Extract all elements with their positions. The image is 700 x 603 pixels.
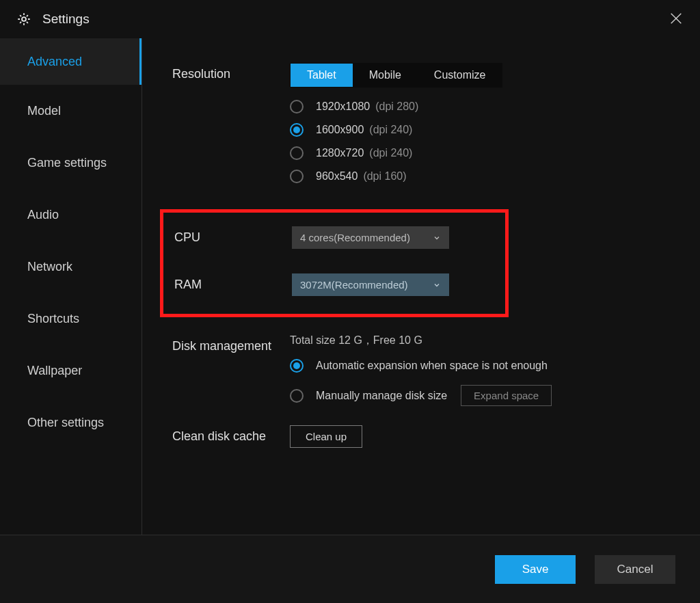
tab-label: Customize bbox=[434, 69, 486, 81]
cpu-row: CPU 4 cores(Recommended) bbox=[174, 226, 494, 249]
radio-icon bbox=[290, 170, 304, 183]
svg-point-0 bbox=[22, 17, 26, 21]
radio-icon bbox=[290, 100, 304, 113]
radio-1280x720[interactable]: 1280x720 (dpi 240) bbox=[290, 146, 681, 160]
sidebar-item-other-settings[interactable]: Other settings bbox=[0, 397, 142, 448]
radio-1600x900[interactable]: 1600x900 (dpi 240) bbox=[290, 123, 681, 137]
resolution-value: 1600x900 bbox=[316, 124, 364, 136]
radio-960x540[interactable]: 960x540 (dpi 160) bbox=[290, 170, 681, 183]
sidebar-item-advanced[interactable]: Advanced bbox=[0, 38, 142, 85]
page-title: Settings bbox=[42, 12, 90, 27]
cpu-value: 4 cores(Recommended) bbox=[300, 232, 410, 243]
ram-label: RAM bbox=[174, 278, 292, 292]
disk-management-label: Disk management bbox=[172, 334, 290, 406]
resolution-value: 1280x720 bbox=[316, 147, 364, 159]
main-panel: Resolution Tablet Mobile Customize 1920x… bbox=[142, 38, 700, 535]
resolution-dpi: (dpi 280) bbox=[375, 100, 418, 113]
sidebar-item-label: Network bbox=[27, 260, 72, 274]
tab-tablet[interactable]: Tablet bbox=[291, 64, 353, 87]
resolution-label: Resolution bbox=[172, 63, 290, 193]
resolution-value: 1920x1080 bbox=[316, 100, 370, 113]
radio-label: Manually manage disk size bbox=[316, 390, 447, 402]
clean-cache-label: Clean disk cache bbox=[172, 425, 290, 448]
footer: Save Cancel bbox=[0, 535, 700, 603]
button-label: Save bbox=[522, 563, 549, 576]
sidebar-item-label: Model bbox=[27, 104, 61, 118]
disk-mode-options: Automatic expansion when space is not en… bbox=[290, 359, 681, 406]
sidebar-item-label: Wallpaper bbox=[27, 364, 82, 378]
resolution-dpi: (dpi 240) bbox=[369, 147, 412, 159]
resolution-dpi: (dpi 160) bbox=[363, 170, 406, 183]
chevron-down-icon bbox=[433, 234, 441, 242]
cancel-button[interactable]: Cancel bbox=[595, 555, 675, 584]
sidebar-item-label: Other settings bbox=[27, 416, 104, 430]
sidebar-item-label: Shortcuts bbox=[27, 312, 79, 326]
radio-icon bbox=[290, 389, 304, 403]
resolution-options: 1920x1080 (dpi 280) 1600x900 (dpi 240) 1… bbox=[290, 100, 681, 183]
cpu-ram-highlight: CPU 4 cores(Recommended) RAM 3072M(Recom… bbox=[160, 209, 509, 317]
gear-icon bbox=[16, 12, 42, 27]
tab-mobile[interactable]: Mobile bbox=[353, 64, 418, 87]
sidebar-item-label: Advanced bbox=[27, 55, 82, 69]
ram-value: 3072M(Recommended) bbox=[300, 279, 408, 291]
radio-manual-disk[interactable]: Manually manage disk size Expand space bbox=[290, 385, 681, 406]
close-icon[interactable] bbox=[669, 11, 684, 26]
cpu-dropdown[interactable]: 4 cores(Recommended) bbox=[292, 226, 449, 249]
tab-label: Mobile bbox=[369, 69, 401, 81]
sidebar: Advanced Model Game settings Audio Netwo… bbox=[0, 38, 142, 535]
ram-dropdown[interactable]: 3072M(Recommended) bbox=[292, 273, 449, 296]
clean-cache-row: Clean disk cache Clean up bbox=[172, 425, 681, 448]
radio-icon bbox=[290, 146, 304, 160]
tab-customize[interactable]: Customize bbox=[418, 64, 502, 87]
sidebar-item-wallpaper[interactable]: Wallpaper bbox=[0, 345, 142, 397]
sidebar-item-game-settings[interactable]: Game settings bbox=[0, 137, 142, 189]
sidebar-item-label: Audio bbox=[27, 208, 59, 222]
tab-label: Tablet bbox=[307, 69, 336, 81]
sidebar-item-label: Game settings bbox=[27, 156, 107, 170]
disk-size-text: Total size 12 G，Free 10 G bbox=[290, 334, 681, 348]
disk-management-row: Disk management Total size 12 G，Free 10 … bbox=[172, 334, 681, 406]
cpu-label: CPU bbox=[174, 230, 292, 245]
ram-row: RAM 3072M(Recommended) bbox=[174, 273, 494, 296]
resolution-value: 960x540 bbox=[316, 170, 358, 183]
radio-icon bbox=[290, 359, 304, 373]
sidebar-item-shortcuts[interactable]: Shortcuts bbox=[0, 293, 142, 345]
radio-auto-expansion[interactable]: Automatic expansion when space is not en… bbox=[290, 359, 681, 373]
button-label: Cancel bbox=[617, 563, 654, 576]
radio-label: Automatic expansion when space is not en… bbox=[316, 360, 548, 372]
radio-1920x1080[interactable]: 1920x1080 (dpi 280) bbox=[290, 100, 681, 113]
resolution-row: Resolution Tablet Mobile Customize 1920x… bbox=[172, 63, 681, 193]
clean-up-button[interactable]: Clean up bbox=[290, 425, 362, 448]
expand-space-button[interactable]: Expand space bbox=[461, 385, 552, 406]
title-bar: Settings bbox=[0, 0, 700, 38]
chevron-down-icon bbox=[433, 281, 441, 289]
save-button[interactable]: Save bbox=[495, 555, 576, 584]
sidebar-item-audio[interactable]: Audio bbox=[0, 189, 142, 241]
resolution-dpi: (dpi 240) bbox=[369, 124, 412, 136]
sidebar-item-network[interactable]: Network bbox=[0, 241, 142, 293]
radio-icon bbox=[290, 123, 304, 137]
resolution-mode-tabs: Tablet Mobile Customize bbox=[290, 63, 502, 88]
sidebar-item-model[interactable]: Model bbox=[0, 85, 142, 137]
